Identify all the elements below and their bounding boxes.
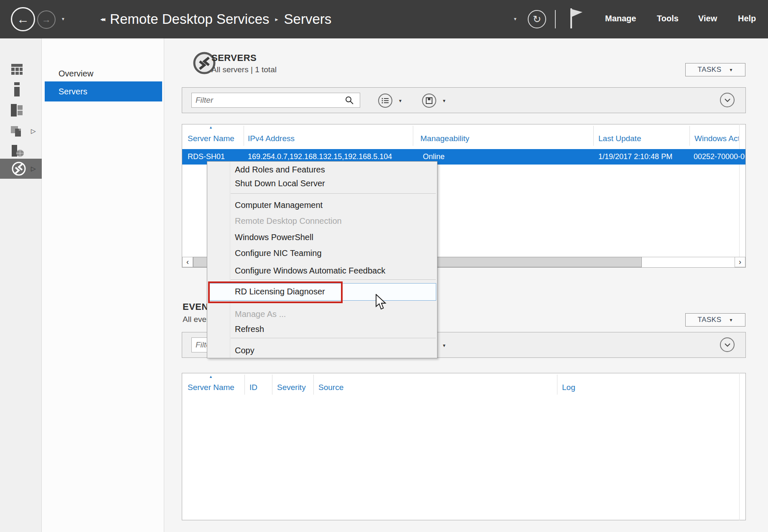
events-column-server-name[interactable]: Server Name <box>188 382 234 393</box>
section-nav: Overview Servers <box>42 38 164 532</box>
menu-item-configure-windows-automatic-feedback[interactable]: Configure Windows Automatic Feedback <box>235 263 435 278</box>
annotation-red-box <box>208 281 343 303</box>
scroll-left-icon: ‹ <box>186 258 189 266</box>
file-storage-icon <box>11 125 23 137</box>
events-column-severity[interactable]: Severity <box>277 382 306 393</box>
local-server-icon <box>11 82 23 96</box>
mouse-cursor <box>375 294 387 312</box>
events-column-log[interactable]: Log <box>562 382 575 393</box>
column-header-windows-activation[interactable]: Windows Activation <box>694 133 739 144</box>
tasks-label: TASKS <box>698 316 722 324</box>
collapse-breadcrumb-icon[interactable]: ◂◂ <box>100 15 104 23</box>
menu-item-windows-powershell[interactable]: Windows PowerShell <box>235 230 435 244</box>
scroll-right-button[interactable]: › <box>735 257 745 267</box>
menu-separator <box>231 193 436 194</box>
notifications-flag-button[interactable] <box>568 7 585 33</box>
scrollbar-gutter <box>739 124 740 257</box>
menu-separator <box>231 338 436 338</box>
events-tasks-button[interactable]: TASKS ▼ <box>685 313 745 327</box>
servers-tasks-button[interactable]: TASKS ▼ <box>685 63 745 76</box>
breadcrumb-root-label[interactable]: Remote Desktop Services <box>110 11 269 27</box>
saved-queries-caret-icon[interactable]: ▼ <box>398 99 402 103</box>
column-divider <box>272 375 272 395</box>
dashboard-icon <box>11 63 23 75</box>
menu-item-computer-management[interactable]: Computer Management <box>235 198 435 212</box>
servers-filter-input[interactable] <box>191 93 360 108</box>
column-header-manageability[interactable]: Manageability <box>420 133 469 144</box>
save-query-button[interactable] <box>422 94 436 108</box>
menu-item-shut-down-local-server[interactable]: Shut Down Local Server <box>235 176 435 190</box>
scroll-right-icon: › <box>739 258 741 266</box>
expand-file-storage-icon[interactable]: ▷ <box>31 127 36 135</box>
column-divider <box>413 126 413 146</box>
title-bar: ← → ▼ ◂◂ Remote Desktop Services ▸ Serve… <box>0 0 768 38</box>
breadcrumb: ◂◂ Remote Desktop Services ▸ Servers <box>100 0 331 38</box>
column-divider <box>313 375 314 395</box>
events-table <box>182 373 746 520</box>
column-header-server-name[interactable]: Server Name <box>188 133 234 144</box>
save-query-caret-icon[interactable]: ▼ <box>442 99 446 103</box>
sidebar-item-remote-desktop-services[interactable]: ▷ <box>0 159 42 179</box>
column-divider <box>244 375 245 395</box>
flag-icon <box>568 7 585 31</box>
sidebar-item-dashboard[interactable] <box>0 60 42 79</box>
server-globe-icon <box>11 145 24 157</box>
menu-tools[interactable]: Tools <box>657 14 679 23</box>
column-header-ipv4[interactable]: IPv4 Address <box>248 133 295 144</box>
topbar-divider <box>555 10 556 28</box>
forward-arrow-icon: → <box>42 14 51 25</box>
nav-item-servers[interactable]: Servers <box>45 81 162 101</box>
menu-help[interactable]: Help <box>738 14 756 23</box>
search-icon <box>345 96 354 105</box>
menu-item-copy[interactable]: Copy <box>235 343 435 357</box>
sidebar-item-local-server[interactable] <box>0 80 42 99</box>
servers-section-subtitle: All servers | 1 total <box>211 65 277 74</box>
forward-button[interactable]: → <box>37 10 56 29</box>
server-manager-window: ← → ▼ ◂◂ Remote Desktop Services ▸ Serve… <box>0 0 768 532</box>
menu-view[interactable]: View <box>698 14 717 23</box>
chevron-down-icon <box>724 343 731 347</box>
breadcrumb-separator-icon: ▸ <box>275 16 278 23</box>
column-divider <box>557 375 557 395</box>
events-collapse-button[interactable] <box>720 337 735 352</box>
all-servers-icon <box>11 104 23 117</box>
sidebar-item-all-servers[interactable] <box>0 101 42 119</box>
refresh-caret-icon[interactable]: ▼ <box>513 17 517 21</box>
menu-item-manage-as: Manage As ... <box>235 307 435 321</box>
list-icon <box>381 97 389 104</box>
events-column-id[interactable]: ID <box>249 382 257 393</box>
events-save-query-caret-icon[interactable]: ▼ <box>442 343 446 348</box>
back-button[interactable]: ← <box>11 7 35 31</box>
menu-item-configure-nic-teaming[interactable]: Configure NIC Teaming <box>235 246 435 260</box>
expand-rds-icon[interactable]: ▷ <box>31 165 36 172</box>
sort-ascending-icon: ▲ <box>209 375 213 379</box>
sidebar-item-file-storage-services[interactable]: ▷ <box>0 122 42 140</box>
sort-ascending-icon: ▲ <box>209 125 213 129</box>
servers-collapse-button[interactable] <box>720 93 735 107</box>
refresh-button[interactable]: ↻ <box>528 10 546 28</box>
tasks-caret-icon: ▼ <box>729 318 733 322</box>
refresh-icon: ↻ <box>533 13 541 25</box>
history-caret-icon[interactable]: ▼ <box>61 17 65 21</box>
column-divider <box>593 126 594 146</box>
servers-section-title: SERVERS <box>211 53 257 63</box>
scroll-left-button[interactable]: ‹ <box>182 257 193 267</box>
menu-gutter <box>230 162 230 358</box>
events-column-source[interactable]: Source <box>318 382 343 393</box>
menu-item-add-roles-and-features[interactable]: Add Roles and Features <box>235 162 435 177</box>
column-header-last-update[interactable]: Last Update <box>598 133 641 144</box>
breadcrumb-current-label[interactable]: Servers <box>284 11 332 27</box>
rds-icon <box>11 161 27 177</box>
saved-queries-button[interactable] <box>378 94 392 108</box>
tasks-caret-icon: ▼ <box>729 68 733 72</box>
chevron-down-icon <box>724 98 731 102</box>
save-icon <box>426 97 432 104</box>
cell-last-update: 1/19/2017 2:10:48 PM <box>598 149 688 165</box>
nav-item-overview[interactable]: Overview <box>45 63 162 84</box>
column-divider <box>689 126 690 146</box>
cell-windows-activation: 00252-70000-00000 <box>694 149 745 165</box>
sidebar-item-web-server[interactable] <box>0 142 42 160</box>
menu-item-refresh[interactable]: Refresh <box>235 322 435 336</box>
menu-manage[interactable]: Manage <box>605 14 636 23</box>
tasks-label: TASKS <box>698 66 722 74</box>
